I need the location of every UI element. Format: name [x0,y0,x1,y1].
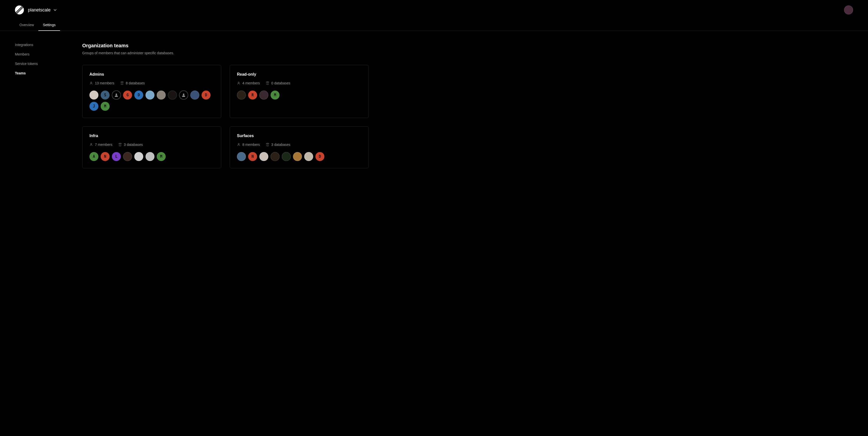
tabs: Overview Settings [0,14,868,31]
database-icon [120,81,124,85]
person-icon [182,93,186,97]
person-icon [114,93,118,97]
databases-stat: 3 databases [266,143,290,146]
member-avatar[interactable]: R [248,91,257,100]
member-avatar[interactable] [259,91,268,100]
member-avatar[interactable] [112,91,121,100]
members-stat: 4 members [237,81,260,85]
svg-point-0 [91,82,92,83]
member-avatar[interactable]: D [134,91,143,100]
member-avatar[interactable] [304,152,313,161]
header: planetscale [0,0,868,14]
databases-stat: 3 databases [118,143,143,146]
org-switcher[interactable]: planetscale [28,7,57,13]
team-stats: 4 members0 databases [237,81,362,85]
user-avatar[interactable] [844,5,853,14]
member-avatar[interactable]: D [202,91,211,100]
members-icon [237,81,241,85]
member-avatar[interactable] [179,91,188,100]
member-avatar[interactable] [237,152,246,161]
main: Organization teams Groups of members tha… [82,43,369,168]
member-avatar[interactable] [282,152,291,161]
tab-settings[interactable]: Settings [38,21,60,31]
team-card[interactable]: Admins13 members8 databasesSGDDJM [82,65,221,118]
sidebar-item-members[interactable]: Members [15,52,72,56]
member-avatar[interactable] [146,91,154,100]
member-avatar[interactable] [168,91,177,100]
databases-stat: 8 databases [120,81,145,85]
svg-point-2 [183,94,184,95]
svg-point-4 [91,143,92,144]
team-name: Infra [89,134,214,138]
member-avatar[interactable] [123,152,132,161]
page-subtitle: Groups of members that can administer sp… [82,51,369,55]
avatars-row: ANLM [89,152,214,161]
members-count: 8 members [242,143,260,146]
member-avatar[interactable] [271,152,280,161]
avatars-row: RM [237,91,362,100]
member-avatar[interactable]: N [101,152,110,161]
member-avatar[interactable]: M [101,102,110,111]
team-name: Surfaces [237,134,362,138]
member-avatar[interactable]: N [248,152,257,161]
member-avatar[interactable] [293,152,302,161]
svg-point-3 [238,82,239,83]
team-stats: 7 members3 databases [89,143,214,146]
header-left: planetscale [15,5,57,14]
members-count: 7 members [95,143,112,146]
members-icon [89,81,93,85]
member-avatar[interactable]: J [89,102,98,111]
member-avatar[interactable]: D [315,152,324,161]
sidebar-item-teams[interactable]: Teams [15,71,72,75]
member-avatar[interactable]: G [123,91,132,100]
svg-point-5 [238,143,239,144]
svg-point-1 [116,94,117,95]
team-card[interactable]: Infra7 members3 databasesANLM [82,126,221,168]
content: Integrations Members Service tokens Team… [0,31,868,178]
team-card[interactable]: Read-only4 members0 databasesRM [230,65,369,118]
sidebar-item-service-tokens[interactable]: Service tokens [15,62,72,66]
member-avatar[interactable] [259,152,268,161]
databases-count: 0 databases [271,81,290,85]
member-avatar[interactable] [157,91,166,100]
member-avatar[interactable] [146,152,154,161]
member-avatar[interactable]: S [101,91,110,100]
avatars-row: SGDDJM [89,91,214,111]
team-stats: 8 members3 databases [237,143,362,146]
sidebar: Integrations Members Service tokens Team… [15,43,72,168]
database-icon [118,143,122,146]
team-stats: 13 members8 databases [89,81,214,85]
member-avatar[interactable] [237,91,246,100]
members-icon [237,143,241,146]
database-icon [266,81,269,85]
sidebar-item-integrations[interactable]: Integrations [15,43,72,47]
page-title: Organization teams [82,43,369,48]
team-name: Admins [89,72,214,77]
team-card[interactable]: Surfaces8 members3 databasesND [230,126,369,168]
members-stat: 7 members [89,143,112,146]
tab-overview[interactable]: Overview [15,21,38,31]
members-count: 4 members [242,81,260,85]
member-avatar[interactable]: L [112,152,121,161]
members-icon [89,143,93,146]
member-avatar[interactable] [190,91,199,100]
members-stat: 8 members [237,143,260,146]
databases-stat: 0 databases [266,81,290,85]
members-stat: 13 members [89,81,114,85]
databases-count: 3 databases [124,143,143,146]
avatars-row: ND [237,152,362,161]
member-avatar[interactable] [89,91,98,100]
member-avatar[interactable]: M [157,152,166,161]
teams-grid: Admins13 members8 databasesSGDDJMRead-on… [82,65,369,168]
org-name: planetscale [28,7,51,13]
members-count: 13 members [95,81,114,85]
databases-count: 8 databases [126,81,145,85]
team-name: Read-only [237,72,362,77]
databases-count: 3 databases [271,143,290,146]
chevron-down-icon [54,9,57,11]
member-avatar[interactable]: M [271,91,280,100]
logo-icon[interactable] [15,5,24,14]
member-avatar[interactable] [134,152,143,161]
member-avatar[interactable]: A [89,152,98,161]
database-icon [266,143,269,146]
